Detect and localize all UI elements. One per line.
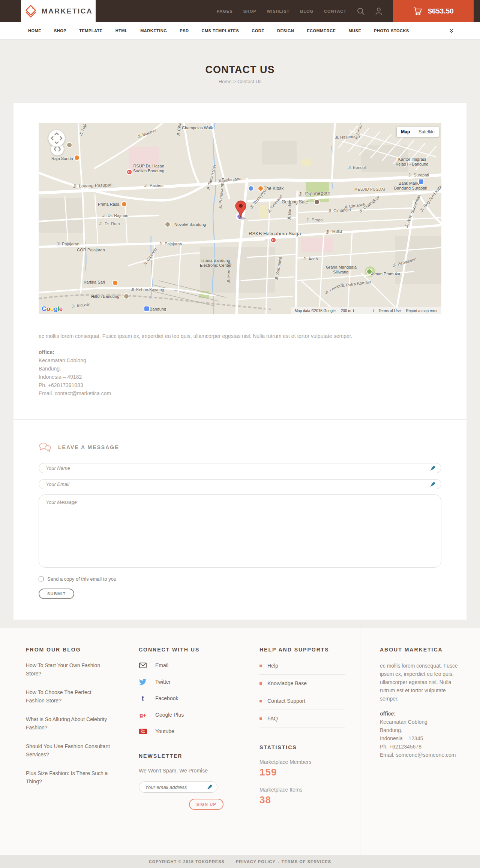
nav-photo-stocks[interactable]: PHOTO STOCKS bbox=[374, 28, 409, 33]
members-label: Marketplace Members bbox=[260, 759, 345, 765]
help-link[interactable]: Knowladge Base bbox=[260, 675, 345, 692]
office-line: Kecamatan Coblong bbox=[39, 356, 441, 365]
nav-html[interactable]: HTML bbox=[116, 28, 128, 33]
office-line: Bandung. bbox=[39, 365, 441, 373]
privacy-policy-link[interactable]: PRIVACY POLICY bbox=[236, 859, 276, 864]
social-email-link[interactable]: Email bbox=[139, 657, 226, 674]
footer-blog-column: FROM OUR BLOG How To Start Your Own Fash… bbox=[14, 628, 121, 855]
newsletter-email-input[interactable] bbox=[139, 781, 218, 793]
items-label: Marketplace Items bbox=[260, 787, 345, 793]
blog-link[interactable]: How To Start Your Own Fashion Store? bbox=[26, 656, 110, 683]
office-line: Ph. +6212345678 bbox=[380, 743, 463, 751]
cart-button[interactable]: $653.50 bbox=[393, 0, 474, 22]
nav-marketing[interactable]: MARKETING bbox=[140, 28, 167, 33]
social-youtube-link[interactable]: YouTube Youtube bbox=[139, 723, 226, 740]
tag-logo-icon bbox=[24, 3, 38, 19]
google-map[interactable]: Champelas WalkJl. HasanudinJl. SeramJl. … bbox=[39, 123, 441, 314]
chat-bubbles-icon bbox=[39, 442, 51, 453]
social-google-plus-link[interactable]: g+ Google Plus bbox=[139, 707, 226, 723]
pen-icon bbox=[207, 784, 213, 791]
blog-link[interactable]: How To Choose The Perfect Fashion Store? bbox=[26, 683, 110, 710]
send-copy-label: Send a copy of this email to you bbox=[47, 576, 116, 582]
help-link[interactable]: Contact Support bbox=[260, 692, 345, 710]
nav-design[interactable]: DESIGN bbox=[277, 28, 294, 33]
cart-icon bbox=[413, 7, 423, 16]
footer-connect-column: CONNECT WITH US Email Twitter bbox=[121, 628, 241, 855]
page-title-section: CONTACT US Home>Contact Us bbox=[0, 40, 480, 85]
social-twitter-link[interactable]: Twitter bbox=[139, 674, 226, 690]
about-heading: ABOUT MARKETICA bbox=[380, 647, 463, 653]
breadcrumb-home[interactable]: Home bbox=[219, 79, 232, 84]
map-attribution: Map data ©2015 Google 200 m Terms of Use… bbox=[291, 307, 441, 314]
pen-icon bbox=[430, 481, 436, 489]
header-nav-pages[interactable]: PAGES bbox=[212, 9, 238, 13]
footer-help-column: HELP AND SUPPORTS Help Knowladge Base Co… bbox=[241, 628, 360, 855]
help-link[interactable]: FAQ bbox=[260, 710, 345, 728]
search-icon[interactable] bbox=[357, 7, 365, 15]
google-plus-icon: g+ bbox=[139, 712, 147, 718]
blog-link[interactable]: What is So Alluring About Celebrity Fash… bbox=[26, 710, 110, 737]
twitter-icon bbox=[139, 679, 147, 685]
about-office-block: office: Kecamatan Coblong Bandung. Indon… bbox=[380, 710, 463, 759]
nav-ecommerce[interactable]: ECOMMERCE bbox=[307, 28, 336, 33]
nav-muse[interactable]: MUSE bbox=[348, 28, 361, 33]
office-line: Indonesia – 12345 bbox=[380, 734, 463, 743]
header-nav-blog[interactable]: BLOG bbox=[295, 9, 319, 13]
chevron-down-icon[interactable] bbox=[449, 28, 454, 33]
submit-button[interactable]: SUBMIT bbox=[39, 589, 74, 599]
email-icon bbox=[139, 662, 147, 668]
blog-link[interactable]: Plus Size Fashion: Is There Such a Thing… bbox=[26, 764, 110, 791]
header-nav-shop[interactable]: SHOP bbox=[238, 9, 262, 13]
top-header: MARKETICA PAGES SHOP WISHLIST BLOG CONTA… bbox=[0, 0, 480, 22]
send-copy-row: Send a copy of this email to you bbox=[39, 576, 441, 582]
blog-list: How To Start Your Own Fashion Store? How… bbox=[26, 656, 110, 791]
blog-link[interactable]: Should You Use Fashion Consultant Servic… bbox=[26, 737, 110, 764]
nav-home[interactable]: HOME bbox=[28, 28, 41, 33]
copyright-bar: COPYRIGHT © 2015 TOKOPRESS PRIVACY POLIC… bbox=[0, 855, 480, 868]
map-type-map-button[interactable]: Map bbox=[397, 127, 414, 137]
nav-code[interactable]: CODE bbox=[252, 28, 264, 33]
help-link[interactable]: Help bbox=[260, 657, 345, 675]
message-form-card: LEAVE A MESSAGE Send a copy of this emai… bbox=[14, 420, 466, 620]
cart-total: $653.50 bbox=[428, 7, 454, 15]
office-line: Indonesia – 49182 bbox=[39, 373, 441, 381]
nav-psd[interactable]: PSD bbox=[180, 28, 189, 33]
footer-about-column: ABOUT MARKETICA ec mollis lorem consequa… bbox=[360, 628, 466, 855]
items-value: 38 bbox=[260, 794, 345, 806]
office-line: Bandung. bbox=[380, 726, 463, 734]
bullet-icon bbox=[260, 665, 262, 667]
header-nav-contact[interactable]: CONTACT bbox=[319, 9, 352, 13]
page-title: CONTACT US bbox=[0, 64, 480, 76]
breadcrumb-current: Contact Us bbox=[237, 79, 261, 84]
office-line: Ph. +62817391083 bbox=[39, 381, 441, 389]
map-type-satellite-button[interactable]: Satellite bbox=[414, 127, 439, 137]
logo[interactable]: MARKETICA bbox=[21, 0, 96, 22]
header-nav: PAGES SHOP WISHLIST BLOG CONTACT $653.50 bbox=[212, 0, 474, 22]
terms-of-services-link[interactable]: TERMS OF SERVICES bbox=[282, 859, 331, 864]
youtube-icon: YouTube bbox=[139, 729, 147, 734]
user-account-icon[interactable] bbox=[375, 7, 383, 15]
members-value: 159 bbox=[260, 766, 345, 778]
social-list: Email Twitter f Facebook g+ Google Plus bbox=[139, 657, 226, 740]
email-input[interactable] bbox=[39, 479, 441, 489]
nav-template[interactable]: TEMPLATE bbox=[79, 28, 102, 33]
help-list: Help Knowladge Base Contact Support FAQ bbox=[260, 657, 345, 728]
terms-of-use-link[interactable]: Terms of Use bbox=[379, 309, 401, 313]
name-field-wrap bbox=[39, 463, 441, 473]
report-map-error-link[interactable]: Report a map error bbox=[406, 309, 438, 313]
facebook-icon: f bbox=[139, 694, 147, 702]
office-address-block: office: Kecamatan Coblong Bandung. Indon… bbox=[39, 348, 441, 397]
map-pan-control[interactable] bbox=[48, 130, 65, 146]
breadcrumb: Home>Contact Us bbox=[0, 79, 480, 85]
message-textarea[interactable] bbox=[39, 495, 441, 568]
nav-shop[interactable]: SHOP bbox=[54, 28, 66, 33]
contact-info-card: Champelas WalkJl. HasanudinJl. SeramJl. … bbox=[14, 103, 466, 419]
nav-cms-templates[interactable]: CMS TEMPLATES bbox=[201, 28, 239, 33]
name-input[interactable] bbox=[39, 463, 441, 473]
social-facebook-link[interactable]: f Facebook bbox=[139, 690, 226, 707]
header-nav-wishlist[interactable]: WISHLIST bbox=[262, 9, 295, 13]
send-copy-checkbox[interactable] bbox=[39, 577, 44, 581]
signup-button[interactable]: SIGN UP bbox=[189, 799, 224, 810]
map-marker-pin[interactable] bbox=[234, 200, 247, 222]
form-heading: LEAVE A MESSAGE bbox=[58, 444, 119, 450]
